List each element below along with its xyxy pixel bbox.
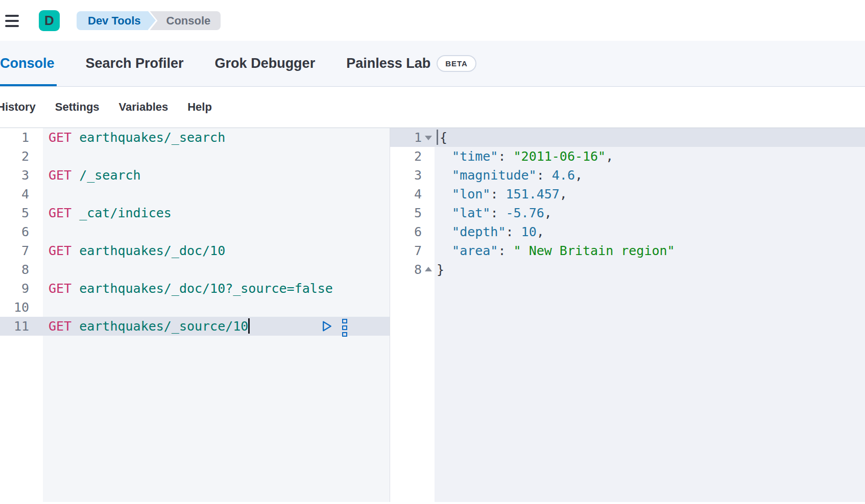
code-token: :: [498, 243, 513, 258]
editor-line[interactable]: 4: [0, 185, 390, 204]
menu-item-variables[interactable]: Variables: [119, 100, 169, 114]
line-number: 6: [0, 222, 43, 241]
code-line: [43, 147, 49, 166]
editor-line[interactable]: 7GET earthquakes/_doc/10: [0, 241, 390, 260]
request-options-kebab-icon[interactable]: [342, 319, 347, 337]
code-token: ,: [575, 168, 583, 183]
editor-line[interactable]: 11GET earthquakes/_source/10: [0, 317, 390, 336]
output-line: 6 "depth": 10,: [390, 222, 865, 241]
code-line: [43, 185, 49, 204]
code-token: ,: [560, 187, 567, 201]
code-token: [71, 243, 79, 258]
code-token: [71, 206, 79, 220]
code-token: :: [506, 224, 521, 239]
breadcrumb-console[interactable]: Console: [150, 11, 221, 30]
send-request-button[interactable]: [321, 319, 333, 333]
line-number: 7: [0, 241, 43, 260]
output-cursor: [437, 130, 438, 145]
tab-label: Grok Debugger: [215, 56, 316, 71]
tab-label: Console: [0, 56, 55, 71]
code-token: GET: [49, 243, 71, 258]
editor-line[interactable]: 6: [0, 222, 390, 241]
code-token: [71, 130, 79, 145]
line-number: 5: [390, 204, 435, 222]
editor-line[interactable]: 5GET _cat/indices: [0, 204, 390, 222]
response-viewer[interactable]: 1{2 "time": "2011-06-16",3 "magnitude": …: [390, 128, 865, 502]
code-token: [437, 206, 452, 220]
line-number: 7: [390, 241, 435, 260]
line-number: 4: [0, 185, 43, 204]
tab-console[interactable]: Console: [0, 56, 55, 71]
kebab-square: [342, 332, 347, 337]
code-token: "depth": [452, 224, 506, 239]
editor-line[interactable]: 8: [0, 260, 390, 279]
breadcrumb: Dev ToolsConsole: [77, 11, 221, 30]
menu-item-help[interactable]: Help: [187, 100, 212, 114]
code-line: GET _cat/indices: [43, 204, 172, 222]
kebab-square: [342, 325, 347, 330]
code-line: [43, 222, 49, 241]
line-number: 10: [0, 298, 43, 317]
line-number: 9: [0, 279, 43, 298]
code-token: [71, 168, 79, 183]
active-tab-underline: [0, 84, 57, 86]
line-number: 2: [0, 147, 43, 166]
code-line: GET earthquakes/_search: [43, 128, 225, 147]
code-token: earthquakes/_source/10: [79, 319, 248, 334]
code-token: GET: [49, 130, 71, 145]
code-line: "magnitude": 4.6,: [435, 166, 583, 185]
editor-line[interactable]: 10: [0, 298, 390, 317]
code-token: earthquakes/_search: [79, 130, 225, 145]
code-token: GET: [49, 281, 71, 296]
code-token: [71, 319, 79, 334]
output-line: 4 "lon": 151.457,: [390, 185, 865, 204]
code-token: 4.6: [552, 168, 575, 183]
editor-line[interactable]: 3GET /_search: [0, 166, 390, 185]
code-token: /_search: [79, 168, 140, 183]
tab-label: Painless Lab: [346, 56, 430, 71]
line-number: 2: [390, 147, 435, 166]
code-token: ,: [544, 206, 552, 220]
menu-icon[interactable]: [5, 15, 19, 27]
code-token: {: [440, 130, 447, 145]
code-token: :: [537, 168, 552, 183]
code-line: [43, 260, 49, 279]
request-editor[interactable]: 1GET earthquakes/_search23GET /_search45…: [0, 128, 390, 502]
fold-toggle-icon[interactable]: [425, 267, 432, 271]
code-token: "lat": [452, 206, 490, 220]
code-line: "lat": -5.76,: [435, 204, 552, 222]
breadcrumb-dev-tools[interactable]: Dev Tools: [77, 11, 148, 30]
code-line: "lon": 151.457,: [435, 185, 567, 204]
output-line: 2 "time": "2011-06-16",: [390, 147, 865, 166]
app-avatar[interactable]: D: [39, 10, 60, 31]
fold-toggle-icon[interactable]: [425, 136, 432, 140]
editor-line[interactable]: 9GET earthquakes/_doc/10?_source=false: [0, 279, 390, 298]
tab-grok-debugger[interactable]: Grok Debugger: [215, 56, 316, 71]
menu-item-history[interactable]: History: [0, 100, 36, 114]
breadcrumb-label: Console: [150, 11, 221, 30]
code-token: :: [490, 206, 506, 220]
tab-label: Search Profiler: [86, 56, 184, 71]
code-token: earthquakes/_doc/10: [79, 243, 225, 258]
tab-bar: ConsoleSearch ProfilerGrok DebuggerPainl…: [0, 41, 865, 87]
code-token: :: [498, 149, 513, 164]
tab-painless-lab[interactable]: Painless LabBETA: [346, 55, 476, 72]
line-number: 8: [0, 260, 43, 279]
code-token: }: [437, 262, 444, 277]
code-token: 10: [521, 224, 537, 239]
code-token: [437, 224, 452, 239]
output-line: 5 "lat": -5.76,: [390, 204, 865, 222]
code-line: "time": "2011-06-16",: [435, 147, 613, 166]
line-number: 1: [0, 128, 43, 147]
tab-search-profiler[interactable]: Search Profiler: [86, 56, 184, 71]
code-token: [437, 243, 452, 258]
code-token: [437, 149, 452, 164]
beta-badge: BETA: [437, 55, 476, 72]
code-line: "depth": 10,: [435, 222, 544, 241]
editor-line[interactable]: 2: [0, 147, 390, 166]
code-token: [437, 187, 452, 201]
code-token: "magnitude": [452, 168, 537, 183]
line-number: 5: [0, 204, 43, 222]
editor-line[interactable]: 1GET earthquakes/_search: [0, 128, 390, 147]
menu-item-settings[interactable]: Settings: [55, 100, 100, 114]
